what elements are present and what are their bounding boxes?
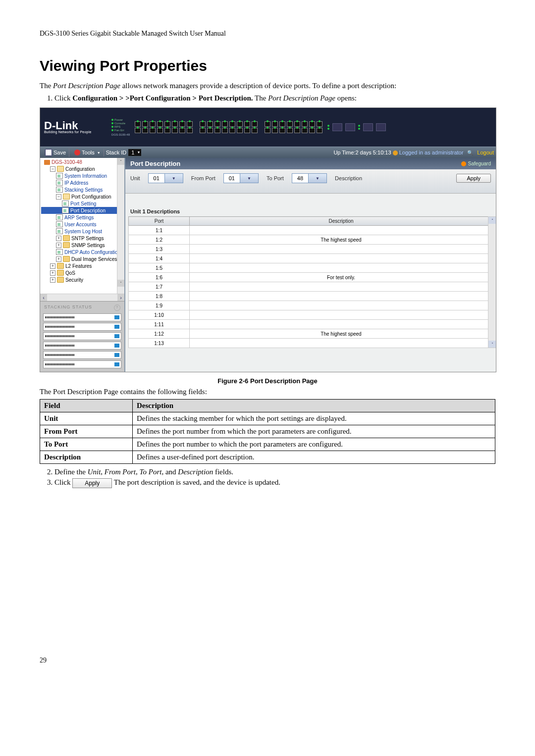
table-row: 1:10 xyxy=(129,310,493,320)
tree-configuration[interactable]: −Configuration xyxy=(41,165,124,172)
chevron-down-icon: ▼ xyxy=(240,174,258,183)
tools-button[interactable]: Tools▼ xyxy=(71,149,104,156)
page-icon xyxy=(56,214,63,220)
scroll-up-icon[interactable]: ˄ xyxy=(117,158,124,165)
page-number: 29 xyxy=(40,656,495,664)
nav-tree-pane: DGS-3100-48 −Configuration System Inform… xyxy=(40,158,125,372)
step-1: Click Configuration > >Port Configuratio… xyxy=(54,94,495,102)
unit-dropdown[interactable]: 01▼ xyxy=(148,173,183,183)
save-button[interactable]: Save xyxy=(42,148,69,157)
toolbar: Save Tools▼ Stack ID 1 Up Time:2 days 5:… xyxy=(40,147,496,158)
save-icon xyxy=(45,149,52,156)
unit-label: Unit xyxy=(130,175,140,181)
port-block-1 xyxy=(135,121,193,133)
port-block-2 xyxy=(200,121,258,133)
scroll-down-icon[interactable]: ˅ xyxy=(117,280,124,287)
status-leds: Power Console RPS Fan Err DGS-3100-48 xyxy=(111,118,130,136)
from-port-dropdown[interactable]: 01▼ xyxy=(223,173,259,183)
to-port-dropdown[interactable]: 48▼ xyxy=(292,173,327,183)
stacking-status-panel: STACKING STATUS xyxy=(40,301,124,372)
port-block-3 xyxy=(265,121,322,133)
folder-icon xyxy=(57,166,64,172)
tree-vscrollbar[interactable]: ˄˅ xyxy=(117,158,124,294)
folder-icon xyxy=(57,263,64,269)
step-2: Define the Unit, From Port, To Port, and… xyxy=(54,468,495,476)
scroll-left-icon[interactable]: ‹ xyxy=(40,294,47,301)
page-icon xyxy=(62,207,69,213)
tree-item[interactable]: User Accounts xyxy=(41,221,124,228)
scroll-down-icon[interactable]: ˅ xyxy=(488,341,496,348)
tree-item[interactable]: System Information xyxy=(41,172,124,179)
tree-folder[interactable]: +SNTP Settings xyxy=(41,235,124,242)
search-icon xyxy=(467,150,473,155)
table-row: 1:2The highest speed xyxy=(129,235,493,245)
table-row: To PortDefines the port number to which … xyxy=(40,438,495,451)
stack-unit[interactable] xyxy=(43,332,121,340)
tree-folder[interactable]: +SNMP Settings xyxy=(41,242,124,249)
tree-folder[interactable]: +Security xyxy=(41,276,124,283)
table-row: 1:4 xyxy=(129,254,493,263)
tree-item[interactable]: IP Address xyxy=(41,179,124,186)
tree-folder[interactable]: +L2 Features xyxy=(41,262,124,269)
expand-icon[interactable]: + xyxy=(50,270,55,276)
field-description-table: Field Description UnitDefines the stacki… xyxy=(40,399,495,464)
tree-item[interactable]: ARP Settings xyxy=(41,214,124,221)
col-description: Description xyxy=(190,217,493,226)
stack-unit[interactable] xyxy=(43,342,121,350)
chevron-down-icon: ▼ xyxy=(97,151,101,154)
description-label: Description xyxy=(335,175,362,181)
col-field: Field xyxy=(40,400,133,412)
screenshot-port-description: D-Link Building Networks for People Powe… xyxy=(40,107,496,372)
expand-icon[interactable]: + xyxy=(56,256,61,262)
to-port-label: To Port xyxy=(267,175,284,181)
tree-hscrollbar[interactable]: ‹ › xyxy=(40,294,124,301)
scroll-right-icon[interactable]: › xyxy=(117,294,124,301)
stack-unit[interactable] xyxy=(43,351,121,359)
table-vscrollbar[interactable]: ˄˅ xyxy=(488,216,496,348)
tree-port-setting[interactable]: Port Setting xyxy=(41,200,124,207)
stack-unit[interactable] xyxy=(43,323,121,331)
col-port: Port xyxy=(129,217,190,226)
tree-root[interactable]: DGS-3100-48 xyxy=(41,159,124,165)
stack-unit[interactable] xyxy=(43,313,121,321)
tree-folder[interactable]: +Dual Image Services xyxy=(41,255,124,262)
step-3: Click Apply The port description is save… xyxy=(54,478,495,488)
table-row: DescriptionDefines a user-defined port d… xyxy=(40,451,495,464)
expand-icon[interactable]: + xyxy=(56,236,61,241)
uptime-text: Up Time:2 days 5:10:13 Logged in as admi… xyxy=(333,150,463,155)
chevron-down-icon: ▼ xyxy=(308,174,326,183)
tree-item[interactable]: System Log Host xyxy=(41,228,124,235)
table-row: 1:9 xyxy=(129,301,493,310)
tree-folder[interactable]: +QoS xyxy=(41,269,124,276)
table-row: 1:5 xyxy=(129,263,493,273)
stack-id-dropdown[interactable]: 1 xyxy=(128,149,141,156)
panel-header: Port Description Safeguard xyxy=(125,158,496,169)
expand-icon[interactable]: + xyxy=(50,277,55,283)
tree-item[interactable]: Stacking Settings xyxy=(41,186,124,193)
expand-icon[interactable]: + xyxy=(56,243,61,248)
safeguard-badge: Safeguard xyxy=(461,161,491,166)
stack-unit[interactable] xyxy=(43,360,121,368)
tools-icon xyxy=(74,150,80,155)
doc-header: DGS-3100 Series Gigabit Stackable Manage… xyxy=(40,30,495,38)
folder-icon xyxy=(63,235,70,241)
tree-item[interactable]: DHCP Auto Configuratio xyxy=(41,249,124,255)
page-icon xyxy=(56,221,63,227)
port-description-table: Port Description 1:11:2The highest speed… xyxy=(128,216,493,348)
table-subheader: Unit 1 Descriptions xyxy=(125,194,496,216)
scroll-up-icon[interactable]: ˄ xyxy=(488,217,496,224)
tree-port-description[interactable]: Port Description xyxy=(41,207,124,214)
intro-paragraph: The Port Description Page allows network… xyxy=(40,82,495,90)
logout-link[interactable]: Logout xyxy=(477,150,494,155)
expand-icon[interactable]: + xyxy=(50,263,55,269)
apply-button[interactable]: Apply xyxy=(456,174,491,183)
folder-icon xyxy=(57,270,64,276)
from-port-label: From Port xyxy=(191,175,215,181)
table-row: 1:8 xyxy=(129,292,493,301)
collapse-icon[interactable]: − xyxy=(56,194,61,200)
collapse-icon[interactable]: − xyxy=(50,166,55,172)
table-row: 1:1 xyxy=(129,226,493,235)
folder-icon xyxy=(57,277,64,283)
chevron-down-icon: ▼ xyxy=(164,174,183,183)
tree-port-configuration[interactable]: −Port Configuration xyxy=(41,193,124,200)
